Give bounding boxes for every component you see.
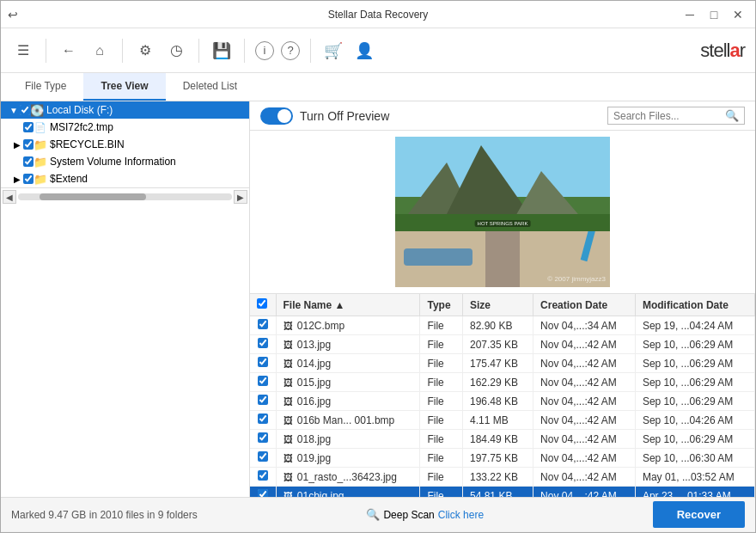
expand-arrow-disk[interactable]: ▼ bbox=[8, 106, 20, 115]
row-size: 196.48 KB bbox=[463, 392, 533, 411]
tree-label-recycle-bin: $RECYCLE.BIN bbox=[50, 138, 125, 150]
th-created[interactable]: Creation Date bbox=[533, 294, 636, 316]
table-row[interactable]: 🖼 012C.bmp File 82.90 KB Nov 04,...:34 A… bbox=[250, 316, 755, 335]
row-checkbox[interactable] bbox=[258, 376, 268, 386]
th-modified[interactable]: Modification Date bbox=[635, 294, 754, 316]
deep-scan-section: 🔍 Deep Scan Click here bbox=[366, 508, 484, 521]
row-checkbox[interactable] bbox=[258, 489, 268, 497]
row-type: File bbox=[420, 335, 463, 354]
preview-toggle[interactable] bbox=[260, 107, 293, 125]
help-icon[interactable]: ? bbox=[281, 41, 300, 60]
select-all-checkbox[interactable] bbox=[257, 298, 267, 309]
row-checkbox[interactable] bbox=[258, 395, 268, 405]
tree-item-local-disk[interactable]: ▼ 💽 Local Disk (F:) bbox=[1, 101, 249, 119]
tree-scroll-track[interactable] bbox=[18, 193, 232, 200]
table-row[interactable]: 🖼 013.jpg File 207.35 KB Nov 04,...:42 A… bbox=[250, 335, 755, 354]
row-size: 184.49 KB bbox=[463, 430, 533, 449]
file-type-icon: 🖼 bbox=[284, 321, 293, 331]
hamburger-icon[interactable]: ☰ bbox=[11, 39, 35, 63]
checkbox-system-volume[interactable] bbox=[23, 156, 34, 167]
tab-tree-view[interactable]: Tree View bbox=[83, 73, 165, 101]
row-modified: Sep 10, ...04:26 AM bbox=[635, 411, 754, 430]
tree-label-extend: $Extend bbox=[50, 173, 88, 185]
row-modified: Sep 10, ...06:29 AM bbox=[635, 373, 754, 392]
maximize-button[interactable]: □ bbox=[704, 6, 724, 23]
recover-button[interactable]: Recover bbox=[653, 501, 745, 528]
settings-icon[interactable]: ⚙ bbox=[133, 39, 157, 63]
row-created: Nov 04,...:42 AM bbox=[533, 487, 636, 498]
th-filename[interactable]: File Name ▲ bbox=[276, 294, 420, 316]
table-row[interactable]: 🖼 016b Man... 001.bmp File 4.11 MB Nov 0… bbox=[250, 411, 755, 430]
table-row[interactable]: 🖼 019.jpg File 197.75 KB Nov 04,...:42 A… bbox=[250, 449, 755, 468]
header-row: File Name ▲ Type Size Creation Date Modi… bbox=[250, 294, 755, 316]
water-pool bbox=[404, 248, 472, 266]
file-table-container[interactable]: File Name ▲ Type Size Creation Date Modi… bbox=[250, 294, 755, 497]
window-controls: ─ □ ✕ bbox=[680, 6, 748, 23]
row-checkbox[interactable] bbox=[258, 319, 268, 329]
minimize-button[interactable]: ─ bbox=[680, 6, 700, 23]
checkbox-msi72fc2[interactable] bbox=[23, 122, 34, 132]
row-checkbox[interactable] bbox=[258, 414, 268, 424]
user-icon[interactable]: 👤 bbox=[352, 39, 376, 63]
tree-item-msi72fc2[interactable]: ▶ 📄 MSI72fc2.tmp bbox=[1, 119, 249, 136]
expand-arrow-extend[interactable]: ▶ bbox=[11, 175, 23, 184]
th-size[interactable]: Size bbox=[463, 294, 533, 316]
folder-icon-recycle: 📁 bbox=[34, 138, 47, 150]
tab-file-type[interactable]: File Type bbox=[8, 73, 83, 101]
table-row[interactable]: 🖼 01cbig.jpg File 54.81 KB Nov 04,...:42… bbox=[250, 487, 755, 498]
row-size: 54.81 KB bbox=[463, 487, 533, 498]
history-icon[interactable]: ◷ bbox=[164, 39, 188, 63]
row-check-cell bbox=[250, 354, 276, 373]
row-size: 175.47 KB bbox=[463, 354, 533, 373]
tree-item-recycle-bin[interactable]: ▶ 📁 $RECYCLE.BIN bbox=[1, 136, 249, 153]
close-button[interactable]: ✕ bbox=[728, 6, 748, 23]
app-title: Stellar Data Recovery bbox=[328, 9, 429, 21]
table-row[interactable]: 🖼 014.jpg File 175.47 KB Nov 04,...:42 A… bbox=[250, 354, 755, 373]
table-row[interactable]: 🖼 01_rasto_...36423.jpg File 133.22 KB N… bbox=[250, 468, 755, 487]
row-created: Nov 04,...:42 AM bbox=[533, 411, 636, 430]
search-input[interactable] bbox=[613, 110, 725, 122]
checkbox-local-disk[interactable] bbox=[20, 105, 30, 115]
tab-deleted-list[interactable]: Deleted List bbox=[166, 73, 254, 101]
toggle-container: Turn Off Preview bbox=[260, 107, 389, 125]
search-box[interactable]: 🔍 bbox=[607, 107, 745, 125]
back-icon[interactable]: ← bbox=[57, 39, 81, 63]
tree-scroll-left[interactable]: ◀ bbox=[3, 190, 16, 204]
tree-label-msi72fc2: MSI72fc2.tmp bbox=[50, 121, 113, 133]
save-icon[interactable]: 💾 bbox=[210, 39, 234, 63]
deep-scan-link[interactable]: Click here bbox=[438, 509, 484, 521]
folder-icon-extend: 📁 bbox=[34, 173, 47, 185]
row-type: File bbox=[420, 411, 463, 430]
row-created: Nov 04,...:42 AM bbox=[533, 449, 636, 468]
home-icon[interactable]: ⌂ bbox=[88, 39, 112, 63]
checkbox-recycle-bin[interactable] bbox=[23, 139, 34, 150]
row-checkbox[interactable] bbox=[258, 357, 268, 367]
row-filename: 🖼 01_rasto_...36423.jpg bbox=[276, 468, 420, 487]
th-checkbox bbox=[250, 294, 276, 316]
table-row[interactable]: 🖼 015.jpg File 162.29 KB Nov 04,...:42 A… bbox=[250, 373, 755, 392]
file-type-icon: 🖼 bbox=[284, 358, 293, 369]
row-checkbox[interactable] bbox=[258, 338, 268, 348]
tree-item-extend[interactable]: ▶ 📁 $Extend bbox=[1, 170, 249, 187]
th-type[interactable]: Type bbox=[420, 294, 463, 316]
expand-arrow-recycle[interactable]: ▶ bbox=[11, 140, 23, 150]
cart-icon[interactable]: 🛒 bbox=[321, 39, 345, 63]
row-type: File bbox=[420, 468, 463, 487]
row-check-cell bbox=[250, 468, 276, 487]
row-checkbox[interactable] bbox=[258, 451, 268, 462]
info-icon[interactable]: i bbox=[255, 41, 274, 60]
table-row[interactable]: 🖼 016.jpg File 196.48 KB Nov 04,...:42 A… bbox=[250, 392, 755, 411]
tree-label-system-volume: System Volume Information bbox=[50, 156, 176, 168]
tab-bar: File Type Tree View Deleted List bbox=[1, 73, 755, 101]
tree-item-system-volume[interactable]: ▶ 📁 System Volume Information bbox=[1, 153, 249, 170]
tree-scroll-thumb bbox=[40, 193, 147, 200]
row-type: File bbox=[420, 392, 463, 411]
row-checkbox[interactable] bbox=[258, 432, 268, 443]
folder-icon-sysvolume: 📁 bbox=[34, 156, 47, 168]
tree-scroll-right[interactable]: ▶ bbox=[234, 190, 247, 204]
preview-bar: Turn Off Preview 🔍 bbox=[250, 101, 755, 131]
table-row[interactable]: 🖼 018.jpg File 184.49 KB Nov 04,...:42 A… bbox=[250, 430, 755, 449]
row-checkbox[interactable] bbox=[258, 470, 268, 481]
checkbox-extend[interactable] bbox=[23, 174, 34, 184]
row-check-cell bbox=[250, 411, 276, 430]
